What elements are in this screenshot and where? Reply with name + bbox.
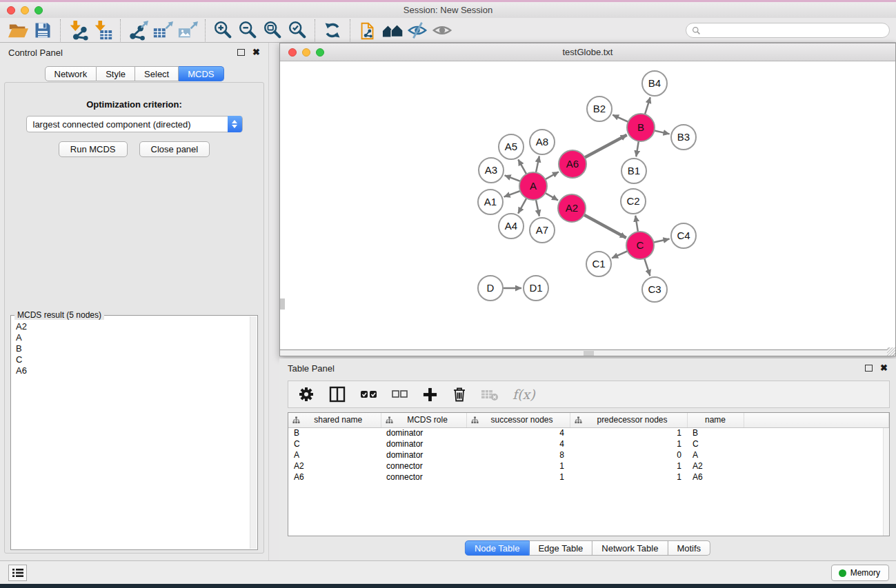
table-scrollbar[interactable] [883, 428, 889, 536]
table-row[interactable]: Bdominator41B [288, 427, 889, 438]
task-history-button[interactable] [8, 565, 27, 581]
export-network-button[interactable] [126, 19, 150, 41]
graph-node-B[interactable]: B [627, 114, 655, 141]
criterion-select[interactable]: largest connected component (directed) [26, 116, 243, 132]
save-session-button[interactable] [30, 19, 55, 41]
resize-grip-icon[interactable] [887, 347, 895, 356]
tab-network-table[interactable]: Network Table [593, 540, 668, 556]
graph-node-A7[interactable]: A7 [530, 218, 555, 243]
canvas-horizontal-scroll-mark[interactable] [584, 351, 594, 356]
export-image-button[interactable] [175, 19, 200, 41]
open-session-button[interactable] [6, 19, 30, 41]
table-row[interactable]: A2connector11A2 [288, 460, 889, 472]
first-neighbors-button[interactable] [380, 19, 405, 41]
graph-node-A1[interactable]: A1 [478, 190, 503, 214]
export-table-button[interactable] [150, 19, 175, 41]
mcds-result-item[interactable]: C [16, 354, 257, 365]
search-field[interactable] [686, 23, 890, 38]
float-panel-icon[interactable] [237, 49, 245, 56]
graph-node-C3[interactable]: C3 [642, 277, 667, 302]
search-icon [692, 26, 701, 35]
search-input[interactable] [704, 26, 884, 35]
graph-node-B1[interactable]: B1 [621, 159, 646, 183]
network-zoom-button[interactable] [316, 48, 324, 57]
graph-node-D1[interactable]: D1 [524, 276, 548, 301]
window-title: Session: New Session [0, 5, 896, 15]
graph-node-C4[interactable]: C4 [671, 223, 696, 248]
close-table-panel-icon[interactable]: ✖ [880, 365, 888, 372]
graph-svg[interactable]: B4B2BB3A8A5A6A3B1AC2A1A2A4A7C4CC1C3DD1 [280, 61, 895, 351]
column-header-name[interactable]: name [687, 413, 744, 427]
graph-node-C2[interactable]: C2 [621, 189, 646, 214]
column-layout-button[interactable] [328, 383, 346, 405]
zoom-out-button[interactable] [235, 19, 260, 41]
table-row[interactable]: A6connector11A6 [288, 472, 889, 483]
add-column-button[interactable] [422, 383, 438, 405]
tab-select[interactable]: Select [135, 66, 179, 81]
graph-node-C1[interactable]: C1 [586, 252, 611, 276]
import-network-button[interactable] [66, 19, 90, 41]
run-mcds-button[interactable]: Run MCDS [59, 141, 128, 157]
new-network-from-selection-button[interactable] [355, 19, 380, 41]
memory-button[interactable]: Memory [831, 565, 889, 581]
graph-node-A3[interactable]: A3 [479, 158, 504, 183]
network-canvas[interactable]: B4B2BB3A8A5A6A3B1AC2A1A2A4A7C4CC1C3DD1 [280, 61, 895, 350]
close-panel-button[interactable]: Close panel [139, 141, 210, 157]
list-icon [12, 568, 23, 578]
show-all-button[interactable] [430, 19, 455, 41]
mcds-result-item[interactable]: B [16, 343, 257, 354]
attribute-settings-button[interactable] [298, 383, 315, 405]
tab-network[interactable]: Network [44, 66, 97, 81]
minimize-window-button[interactable] [21, 6, 29, 14]
graph-node-A8[interactable]: A8 [530, 130, 555, 154]
refresh-button[interactable] [320, 19, 345, 41]
zoom-fit-button[interactable] [260, 19, 285, 41]
select-all-button[interactable] [360, 383, 378, 405]
graph-node-A5[interactable]: A5 [499, 134, 524, 159]
mcds-result-item[interactable]: A6 [16, 365, 257, 376]
mcds-result-item[interactable]: A [16, 332, 257, 343]
graph-node-A2[interactable]: A2 [558, 194, 586, 222]
float-table-panel-icon[interactable] [865, 365, 873, 372]
graph-node-B4[interactable]: B4 [642, 71, 667, 96]
main-toolbar [0, 18, 896, 43]
unselect-all-button[interactable] [392, 383, 408, 405]
svg-text:B4: B4 [648, 77, 661, 89]
zoom-window-button[interactable] [34, 6, 43, 14]
close-window-button[interactable] [7, 6, 15, 14]
import-table-button[interactable] [90, 19, 115, 41]
zoom-selected-button[interactable] [285, 19, 310, 41]
svg-text:D: D [487, 282, 495, 294]
graph-node-A6[interactable]: A6 [559, 150, 586, 178]
column-header-mcds-role[interactable]: MCDS role [381, 413, 466, 427]
mcds-result-item[interactable]: A2 [16, 321, 257, 332]
network-close-button[interactable] [288, 48, 297, 57]
zoom-in-icon [212, 20, 233, 41]
column-header-shared-name[interactable]: shared name [288, 413, 381, 427]
destroy-table-button[interactable] [481, 383, 499, 405]
table-row[interactable]: Cdominator41C [288, 438, 889, 449]
graph-node-A[interactable]: A [519, 172, 547, 200]
tab-node-table[interactable]: Node Table [465, 540, 530, 556]
mcds-result-scrollbar[interactable] [250, 316, 257, 549]
canvas-vertical-scroll-mark[interactable] [280, 298, 285, 310]
function-builder-icon[interactable]: f(x) [512, 387, 535, 402]
hide-selected-button[interactable] [405, 19, 430, 41]
close-panel-icon[interactable]: ✖ [252, 49, 260, 56]
graph-node-C[interactable]: C [626, 232, 654, 259]
tab-mcds[interactable]: MCDS [179, 66, 223, 81]
column-header-predecessor-nodes[interactable]: predecessor nodes [570, 413, 687, 427]
desktop-wallpaper-bottom [0, 584, 896, 588]
zoom-in-button[interactable] [210, 19, 235, 41]
graph-node-B2[interactable]: B2 [587, 97, 612, 121]
graph-node-D[interactable]: D [478, 276, 503, 301]
network-minimize-button[interactable] [302, 48, 310, 57]
tab-edge-table[interactable]: Edge Table [529, 540, 593, 556]
column-header-successor-nodes[interactable]: successor nodes [466, 413, 570, 427]
tab-style[interactable]: Style [97, 66, 135, 81]
delete-column-button[interactable] [452, 383, 467, 405]
tab-motifs[interactable]: Motifs [668, 540, 710, 556]
table-row[interactable]: Adominator80A [288, 449, 889, 460]
graph-node-B3[interactable]: B3 [671, 125, 696, 150]
graph-node-A4[interactable]: A4 [499, 214, 524, 239]
